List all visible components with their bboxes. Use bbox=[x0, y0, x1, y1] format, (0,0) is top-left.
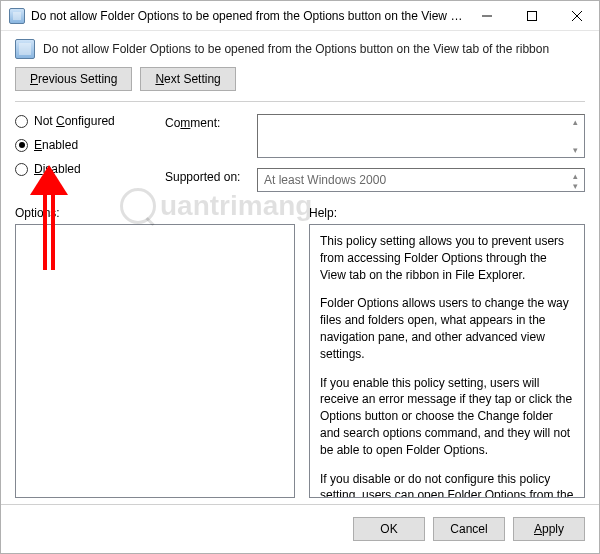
comment-field[interactable]: ▴▾ bbox=[257, 114, 585, 158]
radio-disabled[interactable]: Disabled bbox=[15, 162, 145, 176]
help-box[interactable]: This policy setting allows you to preven… bbox=[309, 224, 585, 498]
policy-icon bbox=[15, 39, 35, 59]
radio-icon bbox=[15, 163, 28, 176]
nav-row: Previous Setting Next Setting bbox=[1, 67, 599, 101]
close-icon bbox=[572, 11, 582, 21]
help-paragraph: This policy setting allows you to preven… bbox=[320, 233, 574, 283]
minimize-icon bbox=[482, 11, 492, 21]
ok-button[interactable]: OK bbox=[353, 517, 425, 541]
options-label: Options: bbox=[15, 206, 295, 224]
supported-field: At least Windows 2000 ▴▾ bbox=[257, 168, 585, 192]
supported-label: Supported on: bbox=[165, 168, 249, 184]
policy-title: Do not allow Folder Options to be opened… bbox=[43, 42, 549, 56]
radio-not-configured[interactable]: Not Configured bbox=[15, 114, 145, 128]
svg-rect-1 bbox=[527, 11, 536, 20]
footer: OK Cancel Apply bbox=[1, 504, 599, 553]
help-label: Help: bbox=[309, 206, 585, 224]
minimize-button[interactable] bbox=[464, 1, 509, 31]
help-paragraph: If you disable or do not configure this … bbox=[320, 471, 574, 498]
maximize-icon bbox=[527, 11, 537, 21]
window-title: Do not allow Folder Options to be opened… bbox=[31, 9, 464, 23]
radio-icon bbox=[15, 115, 28, 128]
previous-setting-button[interactable]: Previous Setting bbox=[15, 67, 132, 91]
apply-button[interactable]: Apply bbox=[513, 517, 585, 541]
cancel-button[interactable]: Cancel bbox=[433, 517, 505, 541]
radio-enabled[interactable]: Enabled bbox=[15, 138, 145, 152]
title-bar: Do not allow Folder Options to be opened… bbox=[1, 1, 599, 31]
help-paragraph: If you enable this policy setting, users… bbox=[320, 375, 574, 459]
next-setting-button[interactable]: Next Setting bbox=[140, 67, 235, 91]
options-box bbox=[15, 224, 295, 498]
help-paragraph: Folder Options allows users to change th… bbox=[320, 295, 574, 362]
app-icon bbox=[9, 8, 25, 24]
scrollbar[interactable]: ▴▾ bbox=[568, 117, 582, 155]
state-radios: Not Configured Enabled Disabled bbox=[15, 114, 145, 192]
header-row: Do not allow Folder Options to be opened… bbox=[1, 31, 599, 67]
close-button[interactable] bbox=[554, 1, 599, 31]
maximize-button[interactable] bbox=[509, 1, 554, 31]
scrollbar[interactable]: ▴▾ bbox=[568, 171, 582, 189]
comment-label: Comment: bbox=[165, 114, 249, 130]
radio-icon bbox=[15, 139, 28, 152]
